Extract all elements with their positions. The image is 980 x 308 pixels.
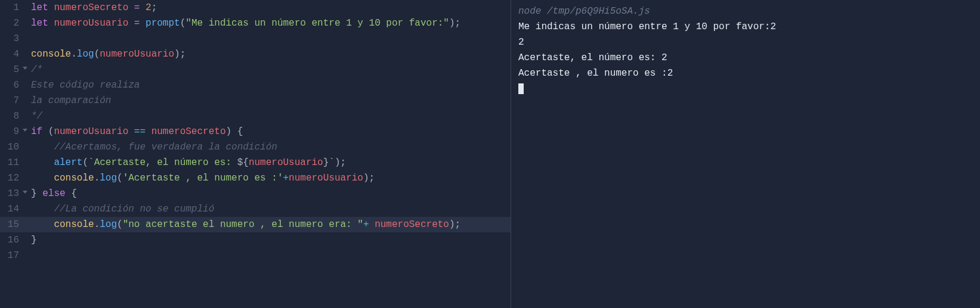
line-number: 16 (0, 232, 23, 248)
code-token: alert (54, 157, 82, 168)
code-token: "Me indicas un número entre 1 y 10 por f… (186, 18, 449, 29)
code-token: numeroUsuario (54, 18, 128, 29)
code-line[interactable]: 3 (0, 31, 511, 46)
code-token: ); (174, 49, 186, 60)
code-content[interactable]: if (numeroUsuario == numeroSecreto) { (23, 124, 243, 139)
code-token (31, 204, 54, 214)
code-token: ); (449, 18, 460, 29)
code-content[interactable]: la comparación (23, 93, 111, 108)
code-content[interactable]: console.log('Acertaste , el numero es :'… (23, 170, 375, 186)
cursor-icon (518, 83, 524, 94)
code-content[interactable]: let numeroUsuario = prompt("Me indicas u… (23, 15, 460, 31)
code-token: log (100, 219, 117, 230)
code-token: Este código realiza (31, 80, 140, 91)
code-content[interactable]: } else { (23, 186, 77, 201)
code-token: `Acertaste, el número es: (88, 157, 237, 168)
line-number: 11 (0, 155, 23, 170)
code-token (31, 219, 54, 230)
code-token: ); (335, 157, 346, 168)
console-command: node /tmp/p6Q9Hi5oSA.js (518, 4, 973, 19)
code-token: ( (42, 126, 54, 137)
code-content[interactable]: //La condición no se cumplió (23, 201, 214, 217)
code-line[interactable]: 1let numeroSecreto = 2; (0, 0, 511, 15)
code-line[interactable]: 13} else { (0, 186, 511, 201)
code-content[interactable]: console.log(numeroUsuario); (23, 46, 186, 62)
code-token: numeroUsuario (249, 157, 323, 168)
code-token: ( (82, 157, 88, 168)
code-token (140, 18, 146, 29)
code-editor-pane[interactable]: 1let numeroSecreto = 2;2let numeroUsuari… (0, 0, 511, 308)
code-token (31, 173, 54, 183)
code-content[interactable]: let numeroSecreto = 2; (23, 0, 157, 15)
code-token: */ (31, 111, 42, 122)
code-token: log (77, 49, 94, 60)
code-line[interactable]: 6Este código realiza (0, 77, 511, 93)
code-token: } (31, 188, 42, 199)
code-token: numeroUsuario (289, 173, 363, 183)
code-line[interactable]: 16} (0, 232, 511, 248)
line-number: 14 (0, 201, 23, 217)
output-console-pane[interactable]: node /tmp/p6Q9Hi5oSA.js Me indicas un nú… (511, 0, 980, 308)
code-line[interactable]: 2let numeroUsuario = prompt("Me indicas … (0, 15, 511, 31)
line-number: 7 (0, 93, 23, 108)
code-token: if (31, 126, 42, 137)
code-token: la comparación (31, 95, 111, 106)
code-content[interactable]: Este código realiza (23, 77, 140, 93)
code-token: { (66, 188, 77, 199)
code-token (128, 2, 134, 13)
code-line[interactable]: 10 //Acertamos, fue verdadera la condici… (0, 139, 511, 155)
code-token: ( (117, 173, 123, 183)
code-line[interactable]: 11 alert(`Acertaste, el número es: ${num… (0, 155, 511, 170)
code-line[interactable]: 15 console.log("no acertaste el numero ,… (0, 217, 511, 232)
code-token: numeroSecreto (54, 2, 128, 13)
code-content[interactable]: alert(`Acertaste, el número es: ${numero… (23, 155, 346, 170)
line-number: 9 (0, 124, 23, 139)
line-number: 1 (0, 0, 23, 15)
code-token: "no acertaste el numero , el numero era:… (123, 219, 363, 230)
line-number: 3 (0, 31, 23, 46)
code-token: let (31, 2, 54, 13)
code-token: == (134, 126, 146, 137)
code-content[interactable]: } (23, 232, 37, 248)
code-content[interactable]: //Acertamos, fue verdadera la condición (23, 139, 277, 155)
code-token: . (94, 219, 100, 230)
code-token: = (134, 18, 140, 29)
code-token: ); (449, 219, 460, 230)
code-token: console (54, 173, 94, 183)
console-output-line: Acertaste, el número es: 2 (518, 50, 973, 66)
line-number: 6 (0, 77, 23, 93)
code-token: 2 (146, 2, 152, 13)
code-token: 'Acertaste , el numero es :' (123, 173, 283, 183)
code-token: else (42, 188, 65, 199)
fold-toggle-icon[interactable] (23, 191, 27, 194)
code-content[interactable]: */ (23, 108, 42, 124)
code-token: numeroSecreto (152, 126, 226, 137)
fold-toggle-icon[interactable] (23, 129, 27, 132)
fold-toggle-icon[interactable] (23, 67, 27, 70)
code-token: let (31, 18, 54, 29)
code-line[interactable]: 12 console.log('Acertaste , el numero es… (0, 170, 511, 186)
code-token: log (100, 173, 117, 183)
code-token: ` (329, 157, 335, 168)
code-token (146, 126, 152, 137)
console-output-line: Me indicas un número entre 1 y 10 por fa… (518, 19, 973, 35)
code-token: prompt (146, 18, 180, 29)
code-token: numeroUsuario (100, 49, 174, 60)
code-token: ${ (237, 157, 249, 168)
code-content[interactable]: /* (23, 62, 42, 77)
code-token (31, 157, 54, 168)
code-token: . (94, 173, 100, 183)
code-line[interactable]: 4console.log(numeroUsuario); (0, 46, 511, 62)
code-line[interactable]: 7la comparación (0, 93, 511, 108)
code-token: + (283, 173, 289, 183)
code-line[interactable]: 14 //La condición no se cumplió (0, 201, 511, 217)
code-token: ) { (225, 126, 243, 137)
code-line[interactable]: 9if (numeroUsuario == numeroSecreto) { (0, 124, 511, 139)
code-token: //Acertamos, fue verdadera la condición (54, 142, 277, 153)
code-content[interactable]: console.log("no acertaste el numero , el… (23, 217, 460, 232)
code-token: . (71, 49, 77, 60)
code-line[interactable]: 8*/ (0, 108, 511, 124)
code-line[interactable]: 17 (0, 248, 511, 263)
console-cursor-line (518, 81, 973, 97)
code-line[interactable]: 5/* (0, 62, 511, 77)
